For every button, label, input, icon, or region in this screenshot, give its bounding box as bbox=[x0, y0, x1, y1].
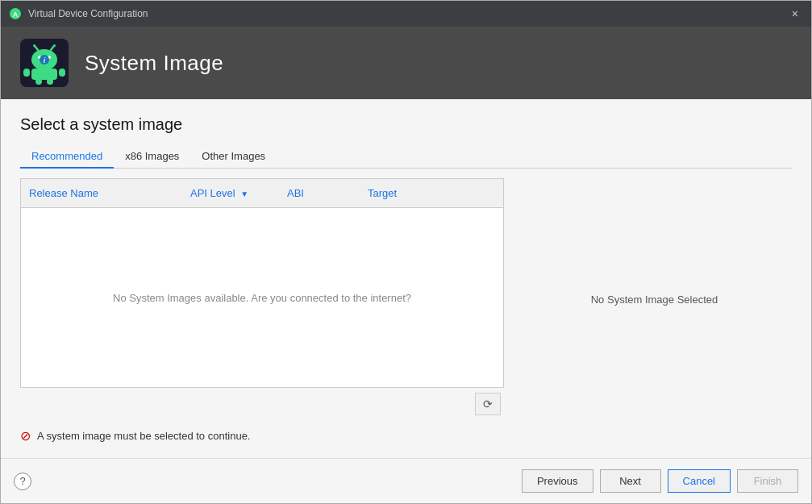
refresh-icon: ⟳ bbox=[483, 398, 493, 410]
no-selection-text: No System Image Selected bbox=[591, 294, 718, 306]
tab-x86-images[interactable]: x86 Images bbox=[114, 145, 190, 169]
column-target[interactable]: Target bbox=[360, 184, 503, 202]
app-icon: A bbox=[9, 7, 22, 20]
refresh-button[interactable]: ⟳ bbox=[475, 393, 501, 415]
svg-point-9 bbox=[53, 44, 56, 47]
error-icon: ⊘ bbox=[20, 428, 31, 444]
right-panel: No System Image Selected bbox=[517, 178, 792, 420]
close-button[interactable]: × bbox=[787, 6, 803, 21]
help-button[interactable]: ? bbox=[14, 473, 31, 490]
column-api-level[interactable]: API Level ▼ bbox=[182, 184, 279, 202]
svg-rect-13 bbox=[35, 78, 42, 85]
cancel-button[interactable]: Cancel bbox=[668, 469, 731, 493]
table-header: Release Name API Level ▼ ABI Target bbox=[21, 179, 503, 208]
svg-rect-14 bbox=[47, 78, 53, 85]
next-button[interactable]: Next bbox=[600, 469, 661, 493]
table-panel: Release Name API Level ▼ ABI Target No S… bbox=[20, 178, 504, 420]
svg-rect-10 bbox=[31, 69, 57, 80]
app-logo-icon: i bbox=[20, 39, 69, 87]
svg-text:A: A bbox=[13, 10, 19, 19]
tab-recommended[interactable]: Recommended bbox=[20, 145, 114, 169]
page-title: Select a system image bbox=[20, 115, 792, 134]
header-title: System Image bbox=[85, 51, 223, 76]
svg-rect-11 bbox=[23, 69, 30, 77]
refresh-row: ⟳ bbox=[20, 388, 504, 420]
sort-arrow-icon: ▼ bbox=[240, 190, 248, 198]
title-bar-left: A Virtual Device Configuration bbox=[9, 7, 148, 20]
previous-button[interactable]: Previous bbox=[522, 469, 593, 493]
system-images-table: Release Name API Level ▼ ABI Target No S… bbox=[20, 178, 504, 388]
main-window: A Virtual Device Configuration × bbox=[0, 0, 812, 504]
tab-other-images[interactable]: Other Images bbox=[190, 145, 277, 169]
main-content: Select a system image Recommended x86 Im… bbox=[1, 99, 811, 458]
svg-rect-12 bbox=[59, 69, 65, 77]
svg-point-7 bbox=[33, 44, 35, 47]
column-release-name[interactable]: Release Name bbox=[21, 184, 182, 202]
footer: ? Previous Next Cancel Finish bbox=[1, 458, 811, 503]
error-bar: ⊘ A system image must be selected to con… bbox=[20, 420, 792, 450]
title-bar: A Virtual Device Configuration × bbox=[1, 1, 811, 27]
error-message: A system image must be selected to conti… bbox=[37, 430, 250, 442]
tab-bar: Recommended x86 Images Other Images bbox=[20, 145, 792, 169]
content-area: Release Name API Level ▼ ABI Target No S… bbox=[20, 178, 792, 420]
footer-left: ? bbox=[14, 473, 31, 490]
footer-buttons: Previous Next Cancel Finish bbox=[522, 469, 798, 493]
table-body-empty: No System Images available. Are you conn… bbox=[21, 208, 503, 387]
header-section: i System Image bbox=[1, 27, 811, 99]
column-abi[interactable]: ABI bbox=[279, 184, 360, 202]
finish-button[interactable]: Finish bbox=[737, 469, 798, 493]
window-title: Virtual Device Configuration bbox=[28, 8, 148, 19]
